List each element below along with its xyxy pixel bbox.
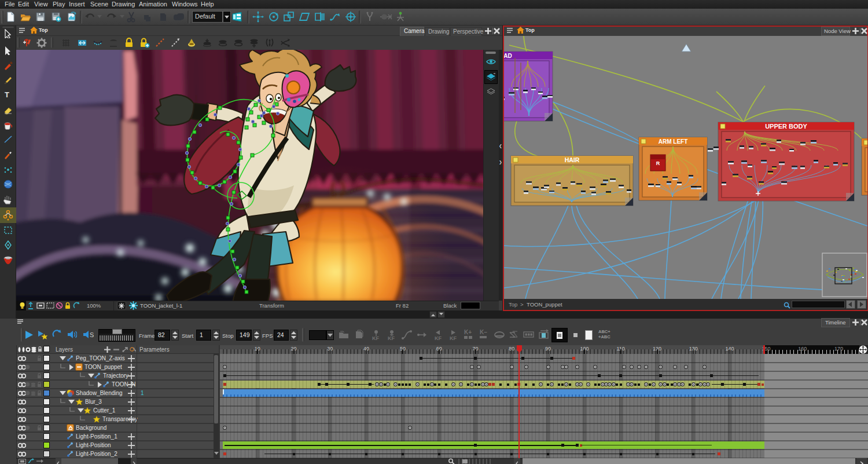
svg-text:KF: KF <box>372 335 379 341</box>
svg-text:S: S <box>90 331 94 338</box>
svg-text:R: R <box>656 160 660 166</box>
svg-text:HEAD: HEAD <box>504 53 512 59</box>
svg-text:KF: KF <box>435 335 442 341</box>
svg-text:K–: K– <box>480 329 487 335</box>
svg-text:ARM LEFT: ARM LEFT <box>659 138 688 145</box>
svg-text:HAIR: HAIR <box>565 156 580 163</box>
svg-text:KF: KF <box>450 335 457 341</box>
svg-text:UPPER BODY: UPPER BODY <box>765 123 807 130</box>
svg-text:K+: K+ <box>464 329 472 335</box>
svg-text:KF: KF <box>388 335 395 341</box>
